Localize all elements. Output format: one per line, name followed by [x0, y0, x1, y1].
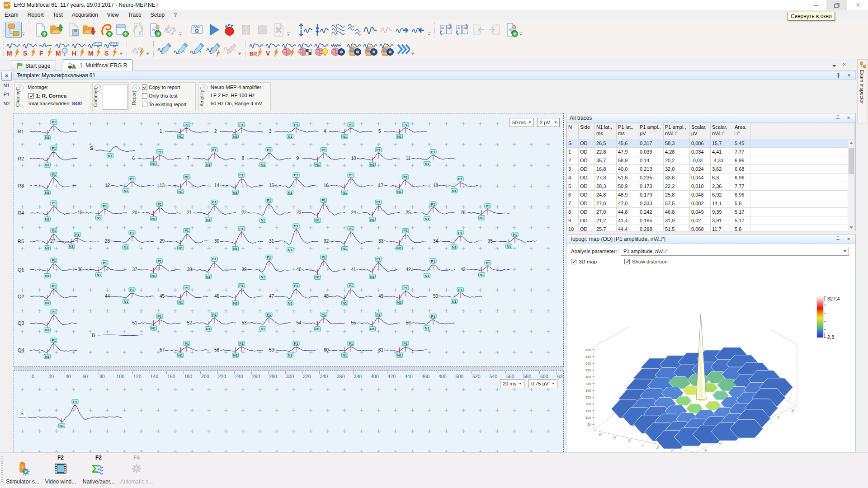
head-audio-3-button[interactable]: [378, 41, 395, 57]
table-row[interactable]: 7OD27,047,00,33357,50,08214,15,8: [567, 199, 855, 208]
shift-right-button[interactable]: [395, 22, 411, 38]
start-acquisition-button[interactable]: [205, 22, 222, 38]
scroll-down-icon[interactable]: [849, 226, 853, 229]
table-row[interactable]: 8OD27,044,80,24246,80,0499,395,17: [567, 208, 855, 216]
new-exam-button[interactable]: [32, 22, 48, 38]
marker-p1-button[interactable]: P1: [0, 92, 13, 99]
scale-up-button[interactable]: [297, 22, 313, 38]
field-trace-58[interactable]: N1P1: [220, 330, 263, 366]
s-response-button[interactable]: S: [22, 41, 38, 57]
table-row[interactable]: 4OD27,851,60,23533,80,0446,36,96: [567, 174, 855, 182]
bottom-sum-trace[interactable]: N1P1: [28, 394, 123, 439]
field-trace-57[interactable]: N1P1: [165, 330, 208, 366]
menu-view[interactable]: View: [103, 10, 123, 20]
br-response-button[interactable]: BR: [248, 41, 264, 57]
stop-button[interactable]: [254, 22, 270, 38]
m-ruler-button[interactable]: M: [87, 41, 103, 57]
close-tab-icon[interactable]: ×: [843, 61, 846, 68]
vertical-splitter[interactable]: [856, 113, 857, 452]
pin-icon[interactable]: [835, 72, 842, 79]
task-stimulator-button[interactable]: Stimulator s...: [4, 455, 42, 486]
show-distortion-checkbox[interactable]: Show distortion: [624, 259, 668, 264]
v-response-button[interactable]: V: [264, 41, 281, 57]
head-audio-1-button[interactable]: [346, 41, 362, 57]
report-sync-alt-button[interactable]: [454, 22, 470, 38]
m-response-button[interactable]: M: [5, 41, 22, 57]
analysis-parameter-dropdown[interactable]: P1 amplitude, nV/□°: [621, 247, 849, 256]
table-row[interactable]: 10OD25,744,40,29851,50,06811,75,8: [567, 225, 855, 231]
head-audio-2-button[interactable]: [362, 41, 378, 57]
comment-input[interactable]: [103, 84, 127, 110]
marker-n2-button[interactable]: N2: [0, 101, 13, 108]
report-refresh-button[interactable]: [162, 22, 179, 38]
amplitude-scale-dropdown[interactable]: 2 µV: [537, 118, 560, 127]
table-row[interactable]: 1OD22,847,90,0334,280,0344,417,77: [567, 148, 855, 156]
tab-start-page[interactable]: Start page: [11, 60, 56, 71]
menu-setup[interactable]: Setup: [146, 10, 169, 20]
restore-button[interactable]: [826, 0, 847, 10]
brain-pattern-button[interactable]: [297, 41, 313, 57]
all-traces-table[interactable]: NSideN1 lat., msP1 lat., msP1 ampl., µVP…: [566, 123, 855, 231]
new-window-button[interactable]: [113, 22, 130, 38]
multifocal-trace-field[interactable]: R1N1P1R2N1P1R3N1P1R4N1P1R5N1P1Q1N1P1Q2N1…: [14, 113, 564, 367]
exam-manager-button[interactable]: [5, 22, 22, 38]
field-trace-61[interactable]: N1P1: [384, 330, 427, 366]
archive-button[interactable]: [130, 22, 146, 38]
menu-trace[interactable]: Trace: [123, 10, 146, 20]
s-ruler-button[interactable]: S: [103, 41, 119, 57]
impedance-button[interactable]: Ω: [189, 22, 205, 38]
table-row[interactable]: 2OD35,758,90,1420,2-0,03-4,336,96: [567, 156, 855, 165]
stim-marker-5-button[interactable]: [222, 41, 238, 57]
3d-map-checkbox[interactable]: 3D map: [571, 259, 597, 264]
single-trace-button[interactable]: [362, 22, 378, 38]
new-report-button[interactable]: [146, 22, 162, 38]
table-row[interactable]: 3OD16,840,00,21332,00,0243,626,68: [567, 165, 855, 174]
h-reflex-button[interactable]: H: [71, 41, 87, 57]
brain-audio-button[interactable]: [330, 41, 346, 57]
grid-traces-button[interactable]: [378, 22, 395, 38]
stimulation-button[interactable]: [222, 22, 238, 38]
pin-icon[interactable]: [834, 236, 841, 242]
open-exam-button[interactable]: [48, 22, 65, 38]
more-tests-button[interactable]: [395, 41, 411, 57]
montage-checkbox[interactable]: 1: R, Cornea: [28, 91, 66, 99]
pin-icon[interactable]: [834, 115, 841, 121]
table-row[interactable]: 9OD21,241,40,16531,90,023,915,17: [567, 216, 855, 225]
table-row[interactable]: 5OD28,350,90,17322,20,0182,367,77: [567, 182, 855, 191]
report-option-only-this-test[interactable]: Only this test: [142, 93, 178, 99]
close-icon[interactable]: ×: [845, 236, 852, 242]
summary-trace-panel[interactable]: 0204060801001201401601802002202402602803…: [14, 371, 564, 452]
blank-trace[interactable]: [98, 330, 143, 339]
report-sync-button[interactable]: [438, 22, 454, 38]
all-traces-grid[interactable]: NSideN1 lat., msP1 lat., msP1 ampl., µVP…: [566, 123, 855, 231]
menu-report[interactable]: Report: [23, 10, 48, 20]
prev-page-button[interactable]: [470, 22, 486, 38]
tab-multifocal-erg[interactable]: 1. Multifocal ERG R: [62, 59, 133, 71]
next-page-button[interactable]: [486, 22, 503, 38]
close-icon[interactable]: ×: [845, 72, 853, 79]
channel-trace-Q4[interactable]: N1P1: [30, 330, 77, 366]
scrollbar-thumb[interactable]: [849, 148, 854, 174]
menu-exam[interactable]: Exam: [0, 10, 23, 20]
save-exam-button[interactable]: [65, 22, 81, 38]
field-trace-60[interactable]: N1P1: [329, 330, 373, 366]
drag-handle[interactable]: [1, 456, 3, 483]
horizontal-splitter[interactable]: [14, 367, 564, 371]
report-option-copy-to-report[interactable]: Copy to report: [142, 84, 180, 90]
exam-inspector-tab[interactable]: Exam inspector: [857, 59, 868, 123]
split-traces-button[interactable]: [346, 22, 362, 38]
add-to-report-button[interactable]: [503, 22, 519, 38]
bottom-time-scale-dropdown[interactable]: 20 ms: [500, 379, 524, 388]
overlay-traces-button[interactable]: [130, 41, 146, 57]
scroll-up-icon[interactable]: [849, 141, 853, 144]
task-sigma-button[interactable]: F2ΣNative/aver...: [80, 455, 118, 486]
close-template-button[interactable]: ×: [1, 72, 12, 81]
stim-marker-1-button[interactable]: [156, 41, 173, 57]
shift-left-button[interactable]: [411, 22, 427, 38]
close-button[interactable]: [847, 0, 868, 10]
minimize-button[interactable]: [806, 0, 826, 10]
menu-test[interactable]: Test: [48, 10, 67, 20]
cancel-button[interactable]: [270, 22, 287, 38]
table-row[interactable]: 6OD24,848,90,17925,80,0486,926,96: [567, 191, 855, 199]
table-row[interactable]: SOD26,545,60,31758,30,08615,75,45: [567, 139, 855, 148]
